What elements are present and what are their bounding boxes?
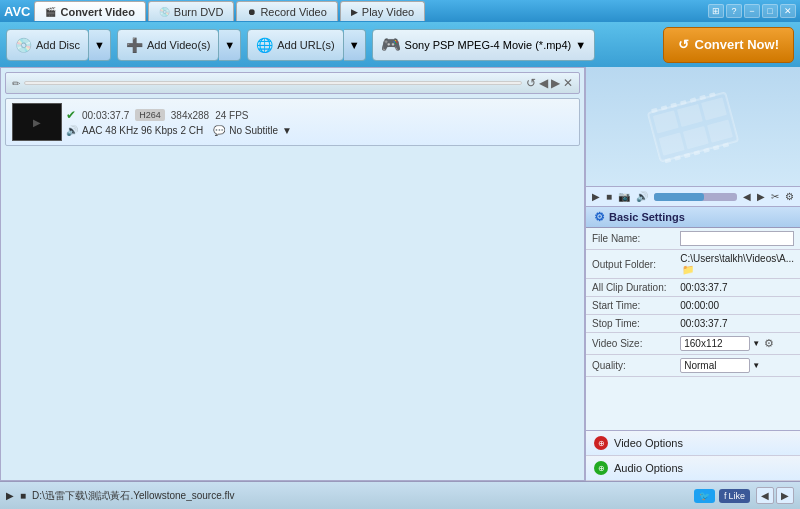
snapshot-button[interactable]: 📷 xyxy=(616,190,632,203)
audio-icon: 🔊 xyxy=(66,125,78,136)
volume-slider[interactable] xyxy=(654,193,737,201)
add-video-button[interactable]: ➕ Add Video(s) xyxy=(117,29,219,61)
burn-tab-label: Burn DVD xyxy=(174,6,224,18)
close-list-icon[interactable]: ✕ xyxy=(563,76,573,90)
video-options-button[interactable]: ⊕ Video Options xyxy=(586,431,800,456)
convert-tab-icon: 🎬 xyxy=(45,7,56,17)
file-audio: AAC 48 KHz 96 Kbps 2 CH xyxy=(82,125,203,136)
chevron-down-icon: ▼ xyxy=(94,39,105,51)
social-icons: 🐦 f Like xyxy=(694,489,750,503)
add-disc-button[interactable]: 💿 Add Disc xyxy=(6,29,89,61)
minimize-button[interactable]: − xyxy=(744,4,760,18)
format-chevron-icon: ▼ xyxy=(575,39,586,51)
add-url-button[interactable]: 🌐 Add URL(s) xyxy=(247,29,343,61)
add-disc-dropdown[interactable]: ▼ xyxy=(89,29,111,61)
videosize-select-group: 160x112 ▼ ⚙ xyxy=(680,336,794,351)
status-play-button[interactable]: ▶ xyxy=(6,490,14,501)
format-selector[interactable]: 🎮 Sony PSP MPEG-4 Movie (*.mp4) ▼ xyxy=(372,29,596,61)
add-url-dropdown[interactable]: ▼ xyxy=(344,29,366,61)
cut-icon[interactable]: ✂ xyxy=(769,190,781,203)
duration-label: All Clip Duration: xyxy=(586,279,674,297)
close-button[interactable]: ✕ xyxy=(780,4,796,18)
file-list-item[interactable]: ▶ ✔ 00:03:37.7 H264 384x288 24 FPS 🔊 AAC… xyxy=(5,98,580,146)
check-icon: ✔ xyxy=(66,108,76,122)
file-info-row1: ✔ 00:03:37.7 H264 384x288 24 FPS xyxy=(66,108,573,122)
quality-chevron-icon[interactable]: ▼ xyxy=(752,361,760,370)
settings-header-label: Basic Settings xyxy=(609,211,685,223)
audio-options-button[interactable]: ⊕ Audio Options xyxy=(586,456,800,481)
file-thumbnail: ▶ xyxy=(12,103,62,141)
disc-icon: 💿 xyxy=(15,37,32,53)
settings-gear-icon: ⚙ xyxy=(594,210,605,224)
settings-header: ⚙ Basic Settings xyxy=(586,207,800,228)
nav-arrows: ◀ ▶ xyxy=(756,487,794,504)
settings-icon[interactable]: ⚙ xyxy=(783,190,796,203)
twitter-icon: 🐦 xyxy=(699,491,710,501)
filename-label: File Name: xyxy=(586,228,674,250)
convert-now-button[interactable]: ↺ Convert Now! xyxy=(663,27,795,63)
file-fps: 24 FPS xyxy=(215,110,248,121)
filename-input[interactable] xyxy=(680,231,794,246)
right-panel: ▶ ■ 📷 🔊 ◀ ▶ ✂ ⚙ ⚙ Basic Settings File Na… xyxy=(585,67,800,481)
record-tab-label: Record Video xyxy=(260,6,326,18)
add-disc-group: 💿 Add Disc ▼ xyxy=(6,29,111,61)
add-video-dropdown[interactable]: ▼ xyxy=(219,29,241,61)
videosize-gear-icon[interactable]: ⚙ xyxy=(764,337,774,350)
prev-frame-button[interactable]: ◀ xyxy=(741,190,753,203)
add-url-group: 🌐 Add URL(s) ▼ xyxy=(247,29,365,61)
file-info-row2: 🔊 AAC 48 KHz 96 Kbps 2 CH 💬 No Subtitle … xyxy=(66,125,573,136)
videosize-chevron-icon[interactable]: ▼ xyxy=(752,339,760,348)
title-tabs: 🎬 Convert Video 💿 Burn DVD ⏺ Record Vide… xyxy=(34,1,708,21)
status-bar: ▶ ■ D:\迅雷下载\測試\黃石.Yellowstone_source.flv… xyxy=(0,481,800,509)
tab-play-video[interactable]: ▶ Play Video xyxy=(340,1,425,21)
play-button[interactable]: ▶ xyxy=(590,190,602,203)
facebook-label: Like xyxy=(728,491,745,501)
stop-button[interactable]: ■ xyxy=(604,190,614,203)
quality-select-group: Normal ▼ xyxy=(680,358,794,373)
format-label: Sony PSP MPEG-4 Movie (*.mp4) xyxy=(405,39,572,51)
window-controls: ⊞ ? − □ ✕ xyxy=(708,4,796,18)
twitter-button[interactable]: 🐦 xyxy=(694,489,715,503)
videosize-value: 160x112 ▼ ⚙ xyxy=(674,333,800,355)
video-options-icon: ⊕ xyxy=(594,436,608,450)
status-stop-button[interactable]: ■ xyxy=(20,490,26,501)
add-video-label: Add Video(s) xyxy=(147,39,210,51)
file-path-label: D:\迅雷下载\測試\黃石.Yellowstone_source.flv xyxy=(32,489,688,503)
tab-convert-video[interactable]: 🎬 Convert Video xyxy=(34,1,145,21)
refresh-icon[interactable]: ↺ xyxy=(526,76,536,90)
setting-row-filename: File Name: xyxy=(586,228,800,250)
quality-select[interactable]: Normal xyxy=(680,358,750,373)
next-frame-button[interactable]: ▶ xyxy=(755,190,767,203)
title-bar: AVC 🎬 Convert Video 💿 Burn DVD ⏺ Record … xyxy=(0,0,800,22)
burn-tab-icon: 💿 xyxy=(159,7,170,17)
help-icon[interactable]: ? xyxy=(726,4,742,18)
setting-row-stop: Stop Time: 00:03:37.7 xyxy=(586,315,800,333)
setting-row-start: Start Time: 00:00:00 xyxy=(586,297,800,315)
film-strip-svg xyxy=(643,87,743,167)
audio-options-label: Audio Options xyxy=(614,462,683,474)
toolbar: 💿 Add Disc ▼ ➕ Add Video(s) ▼ 🌐 Add URL(… xyxy=(0,22,800,67)
start-value[interactable]: 00:00:00 xyxy=(674,297,800,315)
url-icon: 🌐 xyxy=(256,37,273,53)
stop-value[interactable]: 00:03:37.7 xyxy=(674,315,800,333)
setting-row-videosize: Video Size: 160x112 ▼ ⚙ xyxy=(586,333,800,355)
folder-icon[interactable]: 📁 xyxy=(682,264,694,275)
preview-area xyxy=(586,67,800,187)
ps-icon: 🎮 xyxy=(381,35,401,54)
tab-record-video[interactable]: ⏺ Record Video xyxy=(236,1,337,21)
play-tab-label: Play Video xyxy=(362,6,414,18)
quality-value: Normal ▼ xyxy=(674,355,800,377)
maximize-button[interactable]: □ xyxy=(762,4,778,18)
nav-prev-button[interactable]: ◀ xyxy=(756,487,774,504)
tab-burn-dvd[interactable]: 💿 Burn DVD xyxy=(148,1,235,21)
add-url-label: Add URL(s) xyxy=(277,39,334,51)
next-icon[interactable]: ▶ xyxy=(551,76,560,90)
videosize-select[interactable]: 160x112 xyxy=(680,336,750,351)
prev-icon[interactable]: ◀ xyxy=(539,76,548,90)
nav-next-button[interactable]: ▶ xyxy=(776,487,794,504)
convert-now-label: Convert Now! xyxy=(695,37,780,52)
filename-value[interactable] xyxy=(674,228,800,250)
grid-icon[interactable]: ⊞ xyxy=(708,4,724,18)
subtitle-dropdown[interactable]: ▼ xyxy=(282,125,292,136)
facebook-button[interactable]: f Like xyxy=(719,489,750,503)
